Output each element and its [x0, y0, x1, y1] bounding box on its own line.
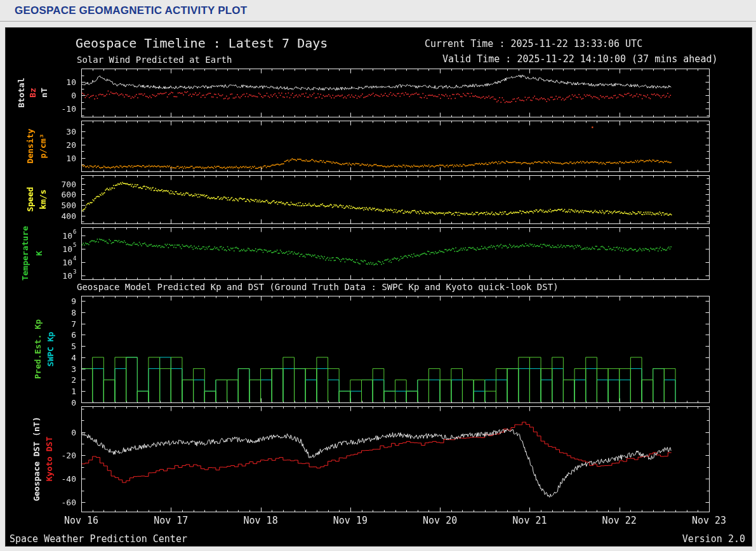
- axis-label-pred-kp: Pred.Est. Kp: [33, 319, 43, 379]
- axis-label-btotal: Btotal: [17, 78, 26, 108]
- page-header: GEOSPACE GEOMAGNETIC ACTIVITY PLOT: [0, 0, 756, 22]
- axis-label-speed-units: km/s: [38, 189, 48, 209]
- geospace-plot-container: Geospace Timeline : Latest 7 Days Curren…: [5, 27, 752, 547]
- axis-label-kyoto-dst: Kyoto DST: [44, 437, 54, 481]
- axis-label-bz: Bz: [28, 88, 37, 98]
- axis-label-nt: nT: [39, 88, 49, 98]
- axis-label-temperature-units: K: [34, 251, 44, 256]
- axis-label-temperature: Temperature: [20, 226, 30, 281]
- axis-label-speed: Speed: [25, 187, 35, 211]
- valid-time-label: Valid Time : 2025-11-22 14:10:00 (37 min…: [442, 53, 717, 65]
- kp-dst-subtitle: Geospace Model Predicted Kp and DST (Gro…: [77, 282, 559, 292]
- axis-label-density-units: p/cm³: [38, 133, 48, 158]
- footer-org-label: Space Weather Prediction Center: [10, 533, 187, 545]
- page-title: GEOSPACE GEOMAGNETIC ACTIVITY PLOT: [15, 4, 247, 17]
- axis-label-density: Density: [25, 129, 35, 164]
- solar-wind-subtitle: Solar Wind Predicted at Earth: [77, 55, 232, 65]
- plot-title: Geospace Timeline : Latest 7 Days: [76, 36, 328, 51]
- footer-version-label: Version 2.0: [682, 533, 745, 545]
- axis-label-geospace-dst: Geospace DST (nT): [32, 416, 41, 501]
- current-time-label: Current Time : 2025-11-22 13:33:06 UTC: [425, 38, 642, 50]
- axis-label-swpc-kp: SWPC Kp: [46, 332, 55, 367]
